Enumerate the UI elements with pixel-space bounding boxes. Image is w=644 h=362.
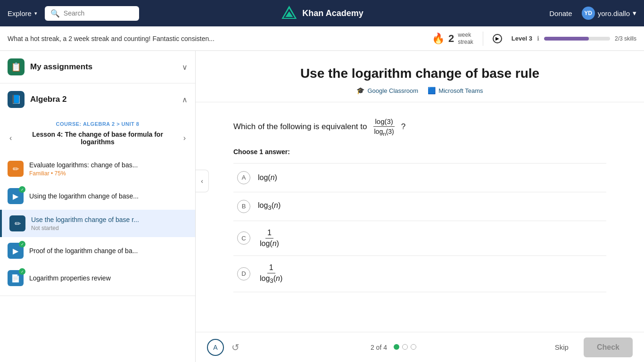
level-progress-text: 2/3 skills — [615, 35, 636, 42]
content-area: Use the logarithm change of base rule 🎓 … — [196, 51, 644, 362]
share-ms-label: Microsoft Teams — [438, 87, 483, 94]
explore-label: Explore — [8, 9, 32, 17]
lesson-item-title: Use the logarithm change of base r... — [31, 215, 188, 224]
share-microsoft-teams-link[interactable]: 🟦 Microsoft Teams — [428, 87, 483, 94]
progress-dots — [394, 344, 416, 350]
logo-text: Khan Academy — [302, 8, 363, 18]
answer-option-d[interactable]: D 1 log3(n) — [233, 255, 606, 292]
lesson-item-subtitle: Not started — [31, 225, 188, 231]
complete-badge: ✓ — [19, 241, 25, 247]
top-nav: Explore ▾ 🔍 Khan Academy Donate YD yoro.… — [0, 0, 644, 26]
answer-option-c[interactable]: C 1 log(n) — [233, 221, 606, 255]
dot-empty-2 — [411, 344, 416, 350]
choose-answer-label: Choose 1 answer: — [233, 148, 606, 156]
logo: Khan Academy — [281, 5, 363, 22]
search-icon: 🔍 — [50, 9, 60, 18]
algebra2-header[interactable]: 📘 Algebra 2 ∧ — [0, 83, 195, 115]
refresh-button[interactable]: ↺ — [231, 342, 239, 353]
option-math-a: log(n) — [258, 173, 277, 182]
info-icon: ℹ — [537, 35, 539, 42]
share-gc-label: Google Classroom — [367, 87, 418, 94]
user-name: yoro.diallo — [598, 9, 630, 17]
answer-options: A log(n) B log3(n) C 1 log(n) D — [233, 163, 606, 292]
algebra2-section: 📘 Algebra 2 ∧ COURSE: ALGEBRA 2 > UNIT 8… — [0, 83, 195, 296]
lesson-prev-button[interactable]: ‹ — [8, 132, 14, 144]
content-body: Which of the following is equivalent to … — [196, 102, 644, 362]
progress-text: 2 of 4 — [371, 344, 387, 351]
lesson-nav: ‹ Lesson 4: The change of base formula f… — [8, 131, 188, 146]
lesson-item[interactable]: ▶ ✓ Using the logarithm change of base..… — [0, 182, 195, 210]
algebra2-title: Algebra 2 — [30, 95, 176, 104]
video-icon: ▶ ✓ — [8, 243, 24, 259]
progress-indicator: 2 of 4 — [247, 344, 540, 351]
breadcrumb: COURSE: ALGEBRA 2 > UNIT 8 — [8, 121, 188, 127]
exercise-active-icon: ✏ — [9, 215, 25, 231]
play-button[interactable]: ▶ — [493, 34, 502, 43]
user-chevron-icon: ▾ — [633, 9, 636, 17]
lesson-item-title: Proof of the logarithm change of ba... — [29, 247, 188, 255]
algebra2-icon: 📘 — [8, 91, 25, 108]
level-progress-bar — [544, 37, 610, 41]
fraction-denominator: logn(3) — [373, 127, 396, 137]
lesson-title: Lesson 4: The change of base formula for… — [17, 131, 177, 146]
explore-chevron-icon: ▾ — [34, 10, 37, 16]
lesson-item-active[interactable]: ✏ Use the logarithm change of base r... … — [0, 210, 195, 237]
user-menu[interactable]: YD yoro.diallo ▾ — [582, 7, 636, 20]
lesson-item-title: Evaluate logarithms: change of bas... — [29, 161, 188, 169]
streak-message: What a hot streak, a 2 week streak and c… — [8, 35, 422, 42]
google-classroom-icon: 🎓 — [356, 87, 364, 94]
streak-bar: What a hot streak, a 2 week streak and c… — [0, 26, 644, 51]
question-text: Which of the following is equivalent to … — [233, 117, 606, 137]
algebra2-chevron-icon[interactable]: ∧ — [182, 95, 188, 104]
hint-button[interactable]: A — [207, 339, 224, 356]
content-header: Use the logarithm change of base rule 🎓 … — [196, 51, 644, 102]
lesson-item[interactable]: ✏ Evaluate logarithms: change of bas... … — [0, 155, 195, 182]
share-google-classroom-link[interactable]: 🎓 Google Classroom — [356, 87, 418, 94]
fire-icon: 🔥 — [432, 33, 445, 45]
main-layout: 📋 My assignments ∨ 📘 Algebra 2 ∧ COURSE:… — [0, 51, 644, 362]
lesson-item[interactable]: ▶ ✓ Proof of the logarithm change of ba.… — [0, 237, 195, 264]
search-input[interactable] — [64, 9, 133, 17]
fraction-numerator: log(3) — [373, 117, 394, 127]
exercise-icon: ✏ — [8, 161, 24, 177]
lesson-item[interactable]: 📄 ✓ Logarithm properties review — [0, 264, 195, 292]
explore-menu[interactable]: Explore ▾ — [8, 9, 37, 17]
lesson-item-title: Logarithm properties review — [29, 274, 188, 282]
search-bar[interactable]: 🔍 — [45, 6, 139, 21]
question-fraction: log(3) logn(3) — [373, 117, 396, 137]
my-assignments-header[interactable]: 📋 My assignments ∨ — [0, 51, 195, 83]
skip-button[interactable]: Skip — [547, 338, 576, 356]
level-label: Level 3 — [512, 35, 532, 42]
my-assignments-section: 📋 My assignments ∨ — [0, 51, 195, 83]
dot-correct — [394, 344, 399, 350]
microsoft-teams-icon: 🟦 — [428, 87, 436, 94]
bottom-bar: A ↺ 2 of 4 Skip Check — [196, 332, 644, 362]
option-circle-b: B — [237, 200, 250, 213]
lesson-next-button[interactable]: › — [182, 132, 188, 144]
streak-label: week streak — [458, 32, 473, 45]
question-end: ? — [401, 122, 405, 132]
option-math-b: log3(n) — [258, 201, 281, 211]
check-button[interactable]: Check — [584, 337, 633, 357]
article-icon: 📄 ✓ — [8, 270, 24, 286]
my-assignments-chevron-icon[interactable]: ∨ — [182, 63, 188, 72]
content-share: 🎓 Google Classroom 🟦 Microsoft Teams — [233, 87, 606, 94]
lesson-item-title: Using the logarithm change of base... — [29, 192, 188, 200]
level-section: Level 3 ℹ 2/3 skills — [512, 35, 636, 42]
streak-count: 2 — [448, 33, 454, 45]
donate-button[interactable]: Donate — [549, 9, 572, 17]
option-circle-d: D — [237, 267, 250, 280]
complete-badge: ✓ — [19, 186, 25, 193]
avatar-initials: YD — [584, 10, 592, 16]
complete-badge: ✓ — [19, 268, 25, 275]
khan-academy-logo-icon — [281, 5, 297, 22]
lesson-item-subtitle: Familiar • 75% — [29, 170, 188, 177]
answer-option-a[interactable]: A log(n) — [233, 163, 606, 192]
my-assignments-icon: 📋 — [8, 58, 25, 75]
answer-option-b[interactable]: B log3(n) — [233, 192, 606, 221]
nav-right: Donate YD yoro.diallo ▾ — [549, 7, 636, 20]
option-math-d: 1 log3(n) — [258, 263, 284, 284]
sidebar: 📋 My assignments ∨ 📘 Algebra 2 ∧ COURSE:… — [0, 51, 196, 362]
sidebar-toggle-button[interactable]: ‹ — [196, 170, 209, 192]
dot-empty-1 — [402, 344, 408, 350]
